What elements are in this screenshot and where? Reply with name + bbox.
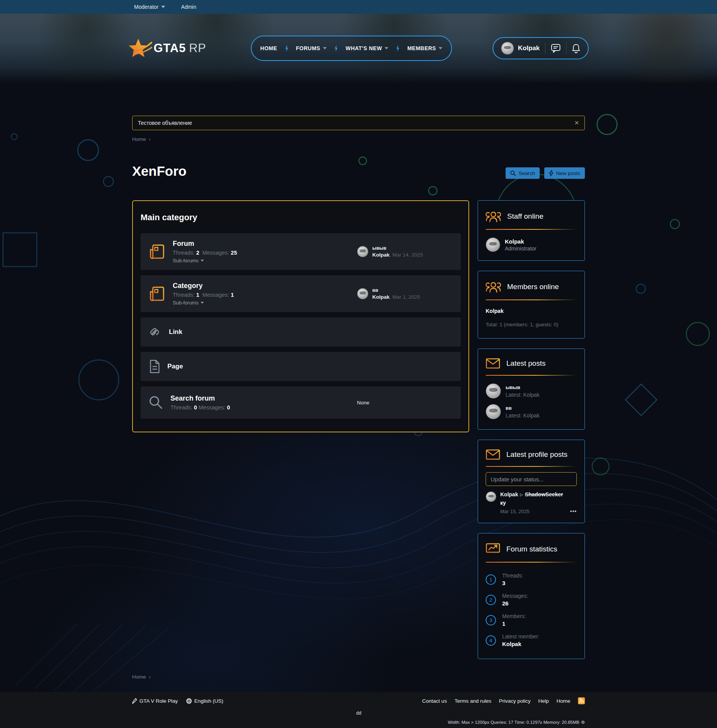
footer-link-help[interactable]: Help <box>538 698 549 704</box>
moderator-menu-label: Moderator <box>134 4 159 10</box>
post-title[interactable]: ывыв <box>506 384 540 390</box>
stat-members: 3 Members: 1 <box>486 613 577 627</box>
page-icon <box>148 360 160 373</box>
latest-thread-title[interactable]: ывыв <box>372 245 423 251</box>
footer-left: GTA V Role Play English (US) <box>132 698 422 704</box>
block-rule <box>486 562 577 563</box>
latest-thread-title[interactable]: вв <box>372 288 420 293</box>
node-title[interactable]: Forum <box>173 240 237 248</box>
profile-post[interactable]: Kolpak ▷ ShadowSeeker ку Mar 15, 2025 ••… <box>486 491 577 514</box>
node-stats: Threads: 1 Messages: 1 <box>173 292 234 298</box>
forum-icon <box>148 285 166 303</box>
search-icon <box>510 170 516 176</box>
footer-links: Contact us Terms and rules Privacy polic… <box>422 697 585 704</box>
globe-icon <box>186 698 192 704</box>
breadcrumb-separator: › <box>149 136 151 142</box>
node-category[interactable]: Category Threads: 1 Messages: 1 Sub-foru… <box>141 275 461 312</box>
node-search-forum[interactable]: Search forum Threads: 0 Messages: 0 Non <box>141 386 461 419</box>
profile-post-date[interactable]: Mar 15, 2025 <box>500 509 570 514</box>
chevron-down-icon <box>439 47 442 49</box>
node-title[interactable]: Search forum <box>170 394 230 402</box>
threads-count: 2 <box>196 250 199 256</box>
profile-post-target[interactable]: ShadowSeeker <box>525 491 563 497</box>
block-title: Members online <box>507 283 559 291</box>
post-title[interactable]: вв <box>506 405 540 411</box>
style-chooser[interactable]: GTA V Role Play <box>132 698 178 704</box>
moderator-menu[interactable]: Moderator <box>134 4 165 10</box>
envelope-icon <box>486 449 500 460</box>
latest-post-item[interactable]: вв Latest: Kolpak <box>486 404 577 419</box>
more-options-icon[interactable]: ••• <box>570 508 577 514</box>
breadcrumb-home[interactable]: Home <box>132 136 146 142</box>
staff-user-row[interactable]: Kolpak Administrator <box>486 237 577 252</box>
subforums-toggle[interactable]: Sub-forums <box>173 300 234 306</box>
node-forum[interactable]: Forum Threads: 2 Messages: 25 Sub-forums <box>141 233 461 270</box>
footer-link-contact[interactable]: Contact us <box>422 698 447 704</box>
subforums-label: Sub-forums <box>173 258 198 263</box>
search-button[interactable]: Search <box>506 167 540 179</box>
conversations-button[interactable] <box>551 44 561 53</box>
chevron-down-icon <box>201 260 204 262</box>
new-posts-button[interactable]: New posts <box>544 167 585 179</box>
post-latest: Latest: Kolpak <box>506 412 540 419</box>
node-title[interactable]: Link <box>169 328 182 336</box>
forum-statistics-block: Forum statistics 1 Threads: 3 2 Message <box>478 533 585 659</box>
stats-monitor-icon <box>486 543 500 556</box>
nav-forums[interactable]: FORUMS <box>296 45 327 51</box>
sidebar: Staff online Kolpak Administrator <box>478 200 585 669</box>
nav-members[interactable]: MEMBERS <box>407 45 442 51</box>
nav-home[interactable]: HOME <box>260 45 277 51</box>
users-group-icon <box>486 280 501 293</box>
latest-poster-avatar[interactable] <box>357 246 368 257</box>
latest-by-user[interactable]: Kolpak <box>372 252 390 258</box>
subforums-label: Sub-forums <box>173 300 198 306</box>
node-title[interactable]: Page <box>167 363 183 370</box>
breadcrumb-separator: › <box>149 674 151 680</box>
chat-bubble-icon <box>551 44 561 53</box>
node-search-forum-main: Search forum Threads: 0 Messages: 0 <box>148 394 357 411</box>
site-logo[interactable]: GTA5RP <box>128 37 206 59</box>
alerts-button[interactable] <box>572 44 580 53</box>
link-icon <box>148 325 162 339</box>
latest-post-item[interactable]: ывыв Latest: Kolpak <box>486 383 577 399</box>
profile-post-foot: Mar 15, 2025 ••• <box>500 508 577 514</box>
online-member-name[interactable]: Kolpak <box>486 308 577 314</box>
gear-icon[interactable]: ⚙ <box>581 720 585 725</box>
admin-link[interactable]: Admin <box>181 4 196 10</box>
block-rule <box>486 229 577 230</box>
logo-suffix: RP <box>189 41 206 55</box>
staff-name[interactable]: Kolpak <box>505 238 536 245</box>
profile-post-author[interactable]: Kolpak <box>500 491 518 497</box>
threads-label: Threads: <box>170 404 192 411</box>
block-rule <box>486 299 577 300</box>
footer-link-privacy[interactable]: Privacy policy <box>499 698 531 704</box>
node-stats: Threads: 0 Messages: 0 <box>170 404 230 411</box>
bolt-separator-icon <box>285 45 288 52</box>
search-icon <box>148 395 164 410</box>
nav-members-label: MEMBERS <box>407 45 436 51</box>
stat-value[interactable]: Kolpak <box>502 641 539 647</box>
footer-link-terms[interactable]: Terms and rules <box>455 698 491 704</box>
stat-number-badge: 3 <box>486 615 496 625</box>
breadcrumb-home[interactable]: Home <box>132 674 146 680</box>
subforums-toggle[interactable]: Sub-forums <box>173 258 237 263</box>
node-page[interactable]: Page <box>141 352 461 381</box>
node-category-texts: Category Threads: 1 Messages: 1 Sub-foru… <box>173 282 234 306</box>
latest-poster-avatar[interactable] <box>357 288 368 299</box>
close-icon[interactable]: ✕ <box>574 119 579 126</box>
node-title[interactable]: Category <box>173 282 234 290</box>
nav-forums-label: FORUMS <box>296 45 321 51</box>
latest-by-user[interactable]: Kolpak <box>372 294 390 300</box>
footer-link-home[interactable]: Home <box>557 698 570 704</box>
site-header: GTA5RP HOME FORUMS WHAT'S NEW <box>0 14 717 83</box>
language-chooser[interactable]: English (US) <box>186 698 223 704</box>
rss-icon[interactable] <box>578 697 585 704</box>
profile-post-authors: Kolpak ▷ ShadowSeeker <box>500 491 577 497</box>
node-stats: Threads: 2 Messages: 25 <box>173 250 237 256</box>
page-content: Тестовое объявление ✕ Home › XenForo Sea… <box>132 83 585 669</box>
nav-whats-new[interactable]: WHAT'S NEW <box>345 45 388 51</box>
account-menu[interactable]: Kolpak <box>501 42 540 55</box>
node-link[interactable]: Link <box>141 317 461 347</box>
status-input[interactable] <box>486 472 577 486</box>
messages-count: 0 <box>227 404 230 411</box>
